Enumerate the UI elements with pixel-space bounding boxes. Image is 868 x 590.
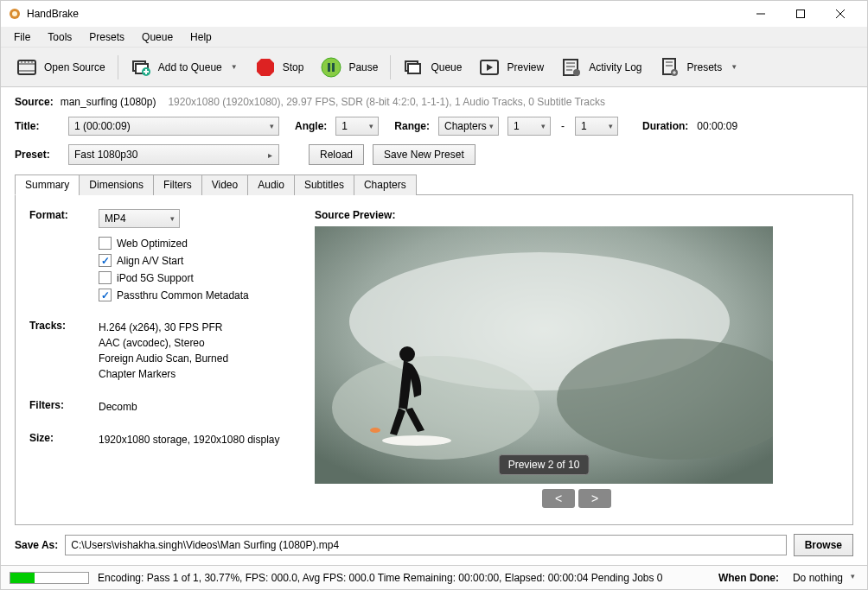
browse-button[interactable]: Browse (794, 534, 853, 556)
web-optimized-label: Web Optimized (117, 238, 188, 250)
range-label: Range: (394, 120, 430, 132)
menu-file[interactable]: File (6, 29, 38, 46)
svg-marker-25 (487, 64, 493, 71)
stop-icon (255, 57, 276, 78)
pause-button[interactable]: Pause (312, 52, 386, 83)
toolbar: Open Source Add to Queue ▼ Stop Pause Qu… (1, 48, 867, 87)
reload-button[interactable]: Reload (309, 144, 364, 165)
svg-point-12 (31, 61, 33, 63)
source-detail: 1920x1080 (1920x1080), 29.97 FPS, SDR (8… (168, 96, 605, 108)
passthru-label: Passthru Common Metadata (117, 289, 249, 301)
progress-bar (10, 572, 89, 584)
tab-strip: Summary Dimensions Filters Video Audio S… (15, 174, 853, 195)
svg-point-39 (399, 346, 415, 362)
range-from-dropdown[interactable]: 1 (507, 117, 551, 136)
align-av-checkbox[interactable] (99, 254, 112, 267)
ipod-label: iPod 5G Support (117, 272, 194, 284)
preset-label: Preset: (15, 149, 60, 161)
close-button[interactable] (820, 1, 860, 27)
angle-label: Angle: (295, 120, 327, 132)
preview-icon (479, 57, 500, 78)
tab-video[interactable]: Video (201, 174, 248, 195)
menu-queue[interactable]: Queue (134, 29, 181, 46)
pause-label: Pause (348, 61, 378, 73)
minimize-button[interactable] (741, 1, 781, 27)
ipod-checkbox[interactable] (99, 271, 112, 284)
save-new-preset-button[interactable]: Save New Preset (373, 144, 475, 165)
svg-point-9 (21, 61, 22, 63)
tab-summary[interactable]: Summary (15, 174, 80, 195)
queue-button[interactable]: Queue (394, 52, 470, 83)
tracks-label: Tracks: (29, 320, 99, 382)
menu-help[interactable]: Help (182, 29, 220, 46)
when-done-dropdown[interactable]: Do nothing (788, 570, 858, 586)
range-type-dropdown[interactable]: Chapters (438, 117, 499, 136)
tab-chapters[interactable]: Chapters (354, 174, 417, 195)
activity-log-label: Activity Log (589, 61, 641, 73)
app-icon (8, 7, 22, 21)
menu-presets[interactable]: Presets (81, 29, 132, 46)
saveas-input[interactable] (65, 535, 786, 555)
range-hyphen: - (559, 120, 566, 132)
filters-value: Decomb (99, 399, 137, 415)
statusbar: Encoding: Pass 1 of 1, 30.77%, FPS: 000.… (1, 565, 867, 589)
queue-icon (403, 57, 424, 78)
preset-row: Preset: Fast 1080p30 Reload Save New Pre… (1, 139, 867, 174)
open-source-button[interactable]: Open Source (8, 52, 114, 83)
svg-point-41 (370, 428, 380, 433)
titlebar: HandBrake (1, 1, 867, 27)
size-value: 1920x1080 storage, 1920x1080 display (99, 432, 280, 447)
window-title: HandBrake (27, 8, 79, 20)
passthru-checkbox[interactable] (99, 289, 112, 301)
duration-value: 00:00:09 (697, 120, 737, 132)
title-label: Title: (15, 120, 60, 132)
preview-nav: < > (315, 489, 839, 508)
activity-log-button[interactable]: Activity Log (552, 52, 650, 83)
when-done-label: When Done: (718, 572, 779, 584)
svg-marker-18 (257, 59, 274, 76)
presets-button[interactable]: Presets ▼ (651, 52, 747, 83)
summary-right: Source Preview: (315, 209, 839, 511)
source-label: Source: (15, 96, 54, 108)
svg-point-40 (382, 435, 451, 446)
tab-subtitles[interactable]: Subtitles (294, 174, 354, 195)
tracks-value: H.264 (x264), 30 FPS PFR AAC (avcodec), … (99, 320, 228, 382)
preset-dropdown[interactable]: Fast 1080p30 (68, 144, 279, 165)
svg-rect-21 (332, 63, 335, 72)
menu-tools[interactable]: Tools (40, 29, 80, 46)
svg-rect-20 (328, 63, 330, 72)
queue-label: Queue (431, 61, 462, 73)
tab-dimensions[interactable]: Dimensions (79, 174, 154, 195)
format-label: Format: (29, 209, 99, 228)
svg-point-19 (322, 58, 341, 77)
svg-rect-23 (408, 64, 420, 73)
presets-label: Presets (687, 61, 723, 73)
source-row: Source: man_surfing (1080p) 1920x1080 (1… (1, 87, 867, 113)
tab-audio[interactable]: Audio (247, 174, 295, 195)
format-dropdown[interactable]: MP4 (99, 209, 180, 228)
preview-prev-button[interactable]: < (542, 489, 575, 508)
pause-icon (321, 57, 341, 78)
preview-button[interactable]: Preview (470, 52, 552, 83)
tab-content: Format: MP4 Web Optimized Align A/V Star… (15, 194, 853, 525)
svg-point-1 (12, 11, 17, 16)
preview-next-button[interactable]: > (578, 489, 611, 508)
align-av-label: Align A/V Start (117, 255, 183, 267)
range-to-dropdown[interactable]: 1 (575, 117, 618, 136)
angle-dropdown[interactable]: 1 (335, 117, 379, 136)
preview-label: Preview (507, 61, 544, 73)
stop-button[interactable]: Stop (246, 52, 313, 83)
add-to-queue-button[interactable]: Add to Queue ▼ (122, 52, 246, 83)
log-icon (561, 57, 582, 78)
svg-rect-6 (18, 60, 35, 74)
dropdown-arrow-icon: ▼ (231, 63, 238, 71)
title-dropdown[interactable]: 1 (00:00:09) (68, 117, 279, 136)
source-preview-image: Preview 2 of 10 (315, 226, 773, 484)
film-reel-icon (16, 57, 37, 78)
saveas-label: Save As: (15, 539, 58, 551)
svg-point-11 (28, 61, 29, 63)
web-optimized-checkbox[interactable] (99, 237, 112, 250)
tab-filters[interactable]: Filters (153, 174, 202, 195)
summary-left: Format: MP4 Web Optimized Align A/V Star… (29, 209, 297, 511)
maximize-button[interactable] (781, 1, 820, 27)
